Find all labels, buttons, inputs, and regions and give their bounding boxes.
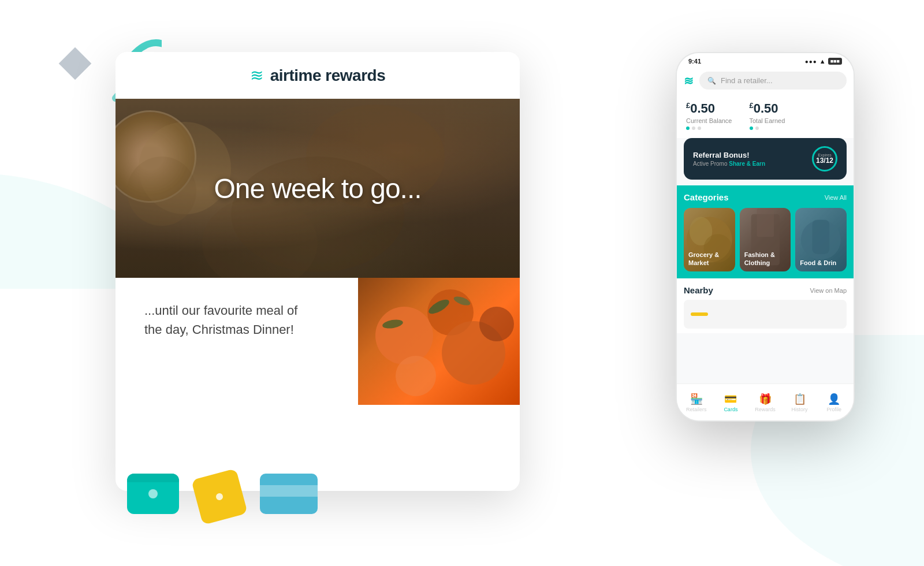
signal-icon: ●●● bbox=[805, 58, 817, 65]
tablet-food-image bbox=[358, 278, 520, 405]
rewards-icon: 🎁 bbox=[759, 393, 772, 405]
nearby-section: Nearby View on Map bbox=[677, 278, 854, 333]
tag-icon-decoration bbox=[191, 468, 248, 525]
search-icon: 🔍 bbox=[707, 77, 716, 85]
search-box[interactable]: 🔍 Find a retailer... bbox=[699, 72, 847, 90]
tablet-header: ≋ airtime rewards bbox=[116, 52, 520, 99]
nearby-header: Nearby View on Map bbox=[684, 285, 847, 295]
nav-item-cards[interactable]: 💳 Cards bbox=[714, 393, 748, 412]
referral-badge: Expires 13/12 bbox=[812, 146, 837, 172]
referral-text: Referral Bonus! Active Promo Share & Ear… bbox=[693, 151, 765, 167]
balance-dots-1 bbox=[686, 126, 732, 130]
phone-top-row: ≋ 🔍 Find a retailer... bbox=[677, 67, 854, 95]
cards-icon: 💳 bbox=[724, 393, 737, 405]
food-svg bbox=[358, 278, 520, 405]
dot-active bbox=[686, 126, 690, 130]
status-icons: ●●● ▲ ■■■ bbox=[805, 58, 842, 65]
currency-symbol-2: £ bbox=[750, 101, 754, 110]
dot-active-2 bbox=[750, 126, 753, 130]
tablet-logo-wave-icon: ≋ bbox=[250, 66, 263, 85]
phone-status-bar: 9:41 ●●● ▲ ■■■ bbox=[677, 53, 854, 67]
phone-bottom-nav: 🏪 Retailers 💳 Cards 🎁 Rewards 📋 History … bbox=[677, 383, 854, 420]
phone-time: 9:41 bbox=[688, 58, 701, 65]
tablet-body-text-area: ...until our favourite meal of the day, … bbox=[116, 278, 358, 362]
balance-total: £0.50 Total Earned bbox=[750, 101, 785, 130]
svg-point-16 bbox=[479, 307, 514, 341]
categories-title: Categories bbox=[684, 192, 729, 202]
nav-item-history[interactable]: 📋 History bbox=[783, 393, 817, 412]
balance-total-amount: £0.50 bbox=[750, 101, 785, 116]
referral-title: Referral Bonus! bbox=[693, 151, 765, 159]
dot-inactive-2 bbox=[698, 126, 701, 130]
nav-label-retailers: Retailers bbox=[686, 407, 707, 412]
nav-label-profile: Profile bbox=[826, 407, 841, 412]
svg-point-12 bbox=[375, 307, 433, 364]
referral-subtitle-text: Active Promo bbox=[693, 161, 727, 167]
nav-item-retailers[interactable]: 🏪 Retailers bbox=[679, 393, 714, 412]
history-icon: 📋 bbox=[793, 393, 806, 405]
referral-link[interactable]: Share & Earn bbox=[729, 161, 765, 167]
categories-grid: Grocery & Market Fashion & Clothing bbox=[684, 208, 847, 271]
view-map-link[interactable]: View on Map bbox=[810, 287, 847, 294]
dot-inactive-3 bbox=[755, 126, 759, 130]
tablet-body-area: ...until our favourite meal of the day, … bbox=[116, 278, 520, 405]
categories-header: Categories View All bbox=[684, 192, 847, 202]
bottom-icons bbox=[127, 474, 318, 520]
nav-item-profile[interactable]: 👤 Profile bbox=[817, 393, 851, 412]
category-food[interactable]: Food & Drin bbox=[795, 208, 847, 271]
tablet-body-line1: ...until our favourite meal of bbox=[144, 301, 329, 320]
svg-rect-2 bbox=[59, 47, 92, 80]
tablet-hero: One week to go... bbox=[116, 99, 520, 278]
balance-dots-2 bbox=[750, 126, 785, 130]
tablet-hero-text: One week to go... bbox=[214, 173, 421, 204]
profile-icon: 👤 bbox=[828, 393, 840, 405]
referral-card: Referral Bonus! Active Promo Share & Ear… bbox=[684, 138, 847, 180]
category-grocery[interactable]: Grocery & Market bbox=[684, 208, 735, 271]
tag-dot bbox=[215, 493, 224, 501]
tablet-body-line2: the day, Christmas Dinner! bbox=[144, 320, 329, 339]
battery-icon: ■■■ bbox=[828, 58, 842, 65]
tablet-mockup: ≋ airtime rewards One week to go... ...u… bbox=[116, 52, 520, 491]
nav-label-history: History bbox=[792, 407, 808, 412]
nearby-title: Nearby bbox=[684, 285, 713, 295]
dot-inactive-1 bbox=[692, 126, 695, 130]
nav-item-rewards[interactable]: 🎁 Rewards bbox=[748, 393, 783, 412]
search-input-placeholder: Find a retailer... bbox=[721, 76, 773, 85]
grocery-label: Grocery & Market bbox=[688, 251, 735, 267]
categories-section: Categories View All Grocery & Market bbox=[677, 185, 854, 278]
retailers-icon: 🏪 bbox=[690, 393, 703, 405]
balance-current: £0.50 Current Balance bbox=[686, 101, 732, 130]
card-icon-decoration bbox=[260, 474, 318, 514]
tablet-logo-text: airtime rewards bbox=[270, 66, 386, 85]
phone-logo-wave: ≋ bbox=[684, 74, 694, 88]
referral-subtitle: Active Promo Share & Earn bbox=[693, 161, 765, 167]
phone-balance: £0.50 Current Balance £0.50 Total Earned bbox=[677, 95, 854, 138]
svg-point-15 bbox=[396, 356, 436, 396]
balance-current-amount: £0.50 bbox=[686, 101, 732, 116]
nearby-item-1[interactable] bbox=[684, 300, 847, 329]
balance-total-label: Total Earned bbox=[750, 117, 785, 124]
category-fashion[interactable]: Fashion & Clothing bbox=[740, 208, 791, 271]
badge-date: 13/12 bbox=[816, 157, 833, 165]
view-all-button[interactable]: View All bbox=[825, 194, 847, 201]
nearby-bar bbox=[691, 312, 708, 316]
wallet-icon-decoration bbox=[127, 474, 179, 514]
nav-label-rewards: Rewards bbox=[755, 407, 776, 412]
nav-label-cards: Cards bbox=[724, 407, 737, 412]
wifi-icon: ▲ bbox=[819, 58, 826, 65]
wallet-dot bbox=[148, 489, 158, 498]
phone-mockup: 9:41 ●●● ▲ ■■■ ≋ 🔍 Find a retailer... £0… bbox=[676, 52, 855, 422]
tablet-hero-overlay: One week to go... bbox=[116, 99, 520, 278]
fashion-label: Fashion & Clothing bbox=[744, 251, 791, 267]
card-stripe bbox=[260, 485, 318, 497]
food-drink-label: Food & Drin bbox=[800, 259, 836, 267]
balance-current-label: Current Balance bbox=[686, 117, 732, 124]
